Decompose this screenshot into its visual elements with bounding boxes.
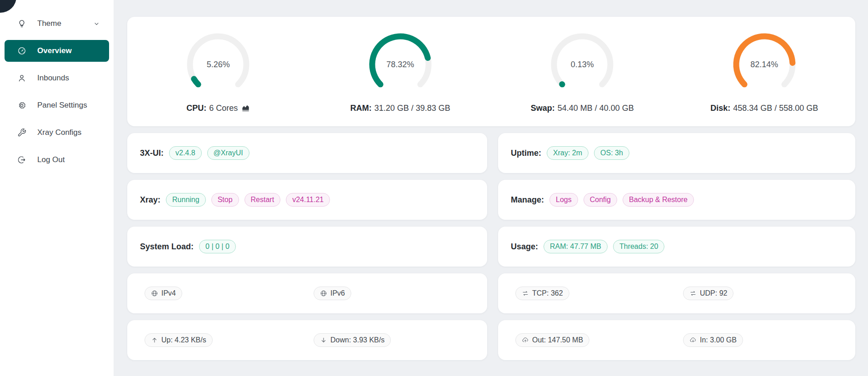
logs-tag[interactable]: Logs <box>549 193 578 207</box>
system-load-label: System Load: <box>140 242 194 252</box>
swap-icon <box>689 290 697 297</box>
tag-text: IPv6 <box>330 288 345 298</box>
swap-percent: 0.13% <box>544 30 621 99</box>
sidebar-item-overview[interactable]: Overview <box>5 40 109 62</box>
tag-slot: Down: 3.93 KB/s <box>307 333 487 347</box>
dashboard-icon <box>17 46 26 55</box>
uptime-card: Uptime:Xray: 2mOS: 3h <box>498 133 855 173</box>
v2-4-8-tag[interactable]: v2.4.8 <box>169 146 202 160</box>
tag-slot: IPv6 <box>307 287 487 300</box>
sidebar-item-label: Xray Configs <box>37 128 81 137</box>
sidebar-item-log-out[interactable]: Log Out <box>5 149 109 171</box>
swap-caption: Swap: 54.40 MB / 40.00 GB <box>531 104 634 113</box>
up-4-23-kb-s-tag: Up: 4.23 KB/s <box>145 333 213 347</box>
tag-text: UDP: 92 <box>700 288 727 298</box>
cpu-gauge-block: 5.26% CPU: 6 Cores <box>127 30 309 113</box>
usage-card: Usage:RAM: 47.77 MBThreads: 20 <box>498 227 855 267</box>
v24-11-21-tag[interactable]: v24.11.21 <box>286 193 330 207</box>
ram-caption: RAM: 31.20 GB / 39.83 GB <box>350 104 450 113</box>
sidebar-item-inbounds[interactable]: Inbounds <box>5 67 109 89</box>
sidebar-item-panel-settings[interactable]: Panel Settings <box>5 94 109 116</box>
cpu-caption-label: CPU: <box>186 104 206 113</box>
arrow-down-icon <box>320 336 327 344</box>
tag-text: Out: 147.50 MB <box>532 335 583 345</box>
cpu-caption: CPU: 6 Cores <box>186 104 250 113</box>
tag-slot: Out: 147.50 MB <box>498 333 677 347</box>
swap-caption-label: Swap: <box>531 104 555 113</box>
down-3-93-kb-s-tag: Down: 3.93 KB/s <box>314 333 391 347</box>
ipv6-tag[interactable]: IPv6 <box>314 287 351 300</box>
stats-tags-card: Out: 147.50 MBIn: 3.00 GB <box>498 320 855 360</box>
info-row: IPv4IPv6TCP: 362UDP: 92 <box>127 273 855 313</box>
cpu-gauge: 5.26% <box>180 30 257 99</box>
xrayui-tag[interactable]: @XrayUI <box>207 146 249 160</box>
swap-gauge: 0.13% <box>544 30 621 99</box>
backup-restore-tag[interactable]: Backup & Restore <box>623 193 694 207</box>
info-row: Xray:RunningStopRestartv24.11.21Manage:L… <box>127 180 855 220</box>
running-tag: Running <box>166 193 206 207</box>
sidebar-item-label: Log Out <box>37 155 65 164</box>
disk-caption-value: 458.34 GB / 558.00 GB <box>733 104 818 113</box>
ram-47-77-mb-tag: RAM: 47.77 MB <box>544 240 608 253</box>
tag-text: In: 3.00 GB <box>700 335 737 345</box>
3x-ui-card: 3X-UI:v2.4.8@XrayUI <box>127 133 487 173</box>
sidebar-item-xray-configs[interactable]: Xray Configs <box>5 122 109 143</box>
ram-caption-label: RAM: <box>350 104 372 113</box>
stop-tag[interactable]: Stop <box>211 193 239 207</box>
tag-text: Backup & Restore <box>629 195 688 205</box>
sidebar-item-label: Panel Settings <box>37 101 87 110</box>
area-chart-icon[interactable] <box>241 104 250 113</box>
swap-icon <box>522 290 529 297</box>
info-row: System Load:0 | 0 | 0Usage:RAM: 47.77 MB… <box>127 227 855 267</box>
ipv4-tag[interactable]: IPv4 <box>145 287 182 300</box>
arrow-up-icon <box>151 336 158 344</box>
globe-icon <box>151 290 158 297</box>
user-icon <box>17 74 26 83</box>
tag-text: 0 | 0 | 0 <box>205 242 229 252</box>
sidebar: ThemeOverviewInboundsPanel SettingsXray … <box>0 0 114 376</box>
disk-gauge: 82.14% <box>726 30 803 99</box>
cloud-download-icon <box>689 336 697 344</box>
swap-gauge-block: 0.13% Swap: 54.40 MB / 40.00 GB <box>491 30 673 113</box>
ram-caption-value: 31.20 GB / 39.83 GB <box>374 104 450 113</box>
gear-icon <box>17 101 26 110</box>
restart-tag[interactable]: Restart <box>244 193 281 207</box>
xray-card: Xray:RunningStopRestartv24.11.21 <box>127 180 487 220</box>
tag-slot: UDP: 92 <box>677 287 855 300</box>
tag-slot: In: 3.00 GB <box>677 333 855 347</box>
sidebar-item-label: Overview <box>37 46 72 55</box>
tag-text: OS: 3h <box>600 148 623 158</box>
tag-text: v2.4.8 <box>175 148 195 158</box>
system-stats-card: 5.26% CPU: 6 Cores 78.32% RAM: 31.20 GB … <box>127 17 855 126</box>
disk-caption: Disk: 458.34 GB / 558.00 GB <box>710 104 818 113</box>
os-3h-tag: OS: 3h <box>594 146 629 160</box>
tag-slot: TCP: 362 <box>498 287 677 300</box>
tag-text: Config <box>590 195 611 205</box>
info-rows: 3X-UI:v2.4.8@XrayUIUptime:Xray: 2mOS: 3h… <box>127 133 855 360</box>
config-tag[interactable]: Config <box>584 193 617 207</box>
tag-text: RAM: 47.77 MB <box>550 242 601 252</box>
tcp-362-tag: TCP: 362 <box>515 287 569 300</box>
disk-percent: 82.14% <box>726 30 803 99</box>
info-row: Up: 4.23 KB/sDown: 3.93 KB/sOut: 147.50 … <box>127 320 855 360</box>
stats-tags-card: IPv4IPv6 <box>127 273 487 313</box>
manage-label: Manage: <box>511 195 544 205</box>
tag-text: Logs <box>556 195 572 205</box>
out-147-50-mb-tag: Out: 147.50 MB <box>515 333 589 347</box>
system-load-card: System Load:0 | 0 | 0 <box>127 227 487 267</box>
sidebar-item-label: Theme <box>37 19 61 28</box>
stats-tags-card: Up: 4.23 KB/sDown: 3.93 KB/s <box>127 320 487 360</box>
ram-gauge-block: 78.32% RAM: 31.20 GB / 39.83 GB <box>309 30 492 113</box>
usage-label: Usage: <box>511 242 538 252</box>
tag-text: @XrayUI <box>214 148 243 158</box>
info-row: 3X-UI:v2.4.8@XrayUIUptime:Xray: 2mOS: 3h <box>127 133 855 173</box>
tag-text: Stop <box>218 195 233 205</box>
sidebar-menu: ThemeOverviewInboundsPanel SettingsXray … <box>0 0 114 171</box>
in-3-00-gb-tag: In: 3.00 GB <box>683 333 743 347</box>
tag-text: Down: 3.93 KB/s <box>330 335 384 345</box>
tag-text: Up: 4.23 KB/s <box>161 335 206 345</box>
sidebar-item-theme[interactable]: Theme <box>5 13 109 35</box>
cpu-caption-value: 6 Cores <box>209 104 238 113</box>
xray-label: Xray: <box>140 195 160 205</box>
3x-ui-label: 3X-UI: <box>140 148 164 158</box>
